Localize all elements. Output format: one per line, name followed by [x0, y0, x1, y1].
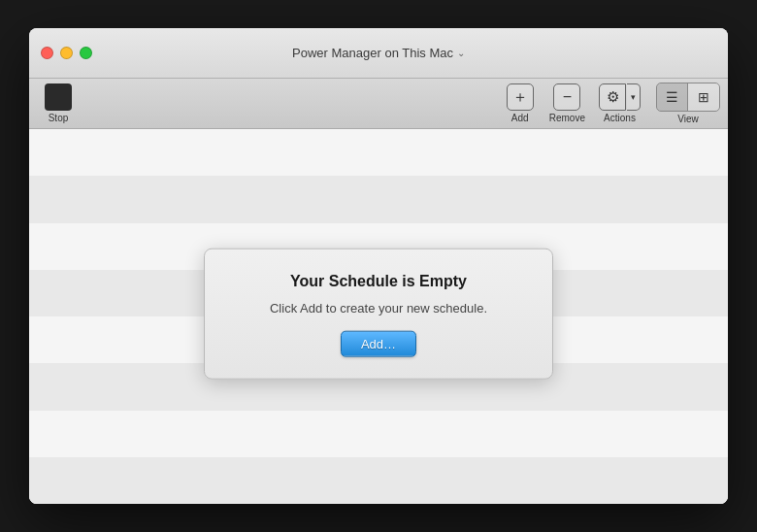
- empty-state-description: Click Add to create your new schedule.: [270, 300, 487, 317]
- titlebar: Power Manager on This Mac ⌄: [29, 28, 728, 79]
- maximize-button[interactable]: [80, 47, 92, 59]
- stop-label: Stop: [49, 113, 69, 123]
- remove-button[interactable]: − Remove: [543, 80, 591, 127]
- title-dropdown-arrow[interactable]: ⌄: [457, 48, 465, 58]
- add-button[interactable]: ＋ Add: [501, 80, 540, 127]
- list-view-button[interactable]: ☰: [657, 83, 688, 111]
- stripe-row: [29, 411, 728, 457]
- traffic-lights: [41, 47, 92, 59]
- stop-icon: [45, 83, 72, 111]
- add-icon: ＋: [507, 83, 534, 111]
- view-group: ☰ ⊞ View: [656, 83, 720, 124]
- actions-label: Actions: [604, 113, 636, 123]
- gear-icon: ⚙: [599, 83, 626, 111]
- stop-button[interactable]: Stop: [37, 80, 80, 127]
- view-toggle: ☰ ⊞: [656, 83, 720, 112]
- empty-state-add-button[interactable]: Add…: [341, 331, 416, 357]
- main-window: Power Manager on This Mac ⌄ Stop ＋ Add −…: [29, 28, 728, 504]
- view-label: View: [677, 114, 699, 124]
- remove-icon: −: [553, 83, 580, 111]
- empty-state-dialog: Your Schedule is Empty Click Add to crea…: [204, 249, 553, 380]
- stripe-row: [29, 457, 728, 504]
- actions-button[interactable]: ⚙ ▾ Actions: [595, 80, 644, 127]
- main-content: Your Schedule is Empty Click Add to crea…: [29, 129, 728, 504]
- minimize-button[interactable]: [60, 47, 73, 59]
- window-title: Power Manager on This Mac ⌄: [292, 46, 465, 60]
- stripe-row: [29, 176, 728, 222]
- add-label: Add: [511, 113, 529, 123]
- actions-dropdown-arrow: ▾: [627, 83, 641, 111]
- remove-label: Remove: [549, 113, 585, 123]
- close-button[interactable]: [41, 47, 53, 59]
- stripe-row: [29, 129, 728, 176]
- empty-state-title: Your Schedule is Empty: [290, 273, 467, 290]
- actions-inner: ⚙ ▾: [599, 83, 641, 111]
- detail-view-button[interactable]: ⊞: [688, 83, 719, 111]
- toolbar: Stop ＋ Add − Remove ⚙ ▾ Actions ☰ ⊞: [29, 79, 728, 129]
